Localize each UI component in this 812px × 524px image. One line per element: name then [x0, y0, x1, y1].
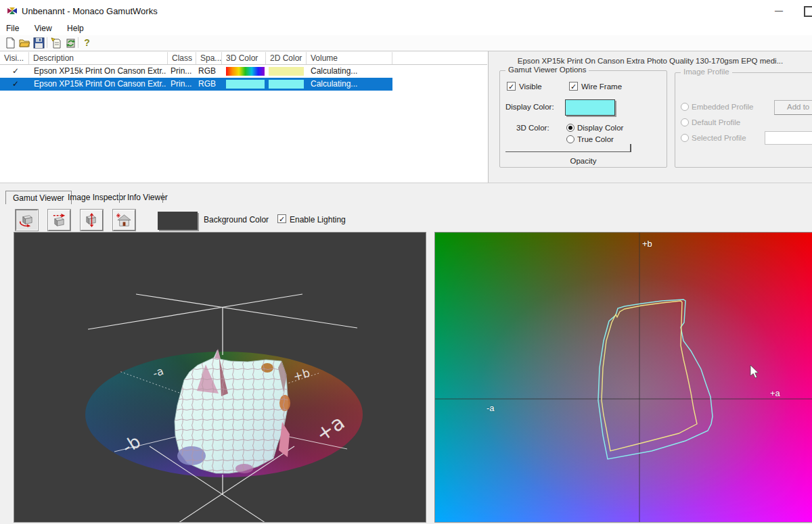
- default-profile-label: Default Profile: [692, 118, 740, 126]
- 3d-color-label: 3D Color:: [516, 124, 549, 132]
- title-bar: Unbenannt - Monaco GamutWorks —: [0, 0, 812, 22]
- selected-profile-radio: [681, 134, 689, 142]
- row-volume: Calculating...: [311, 66, 357, 76]
- viewer-toolbar: Background Color ✓ Enable Lighting: [0, 205, 812, 232]
- row-3d-color-swatch[interactable]: [226, 80, 265, 89]
- col-3d-color[interactable]: 3D Color: [222, 52, 266, 64]
- pan-3d-icon: [51, 212, 68, 228]
- visible-checkbox[interactable]: ✓: [507, 82, 516, 91]
- opacity-slider[interactable]: [505, 151, 631, 152]
- col-class[interactable]: Class: [168, 52, 196, 64]
- true-color-radio-label: True Color: [577, 135, 614, 143]
- enable-lighting-checkbox[interactable]: ✓: [277, 214, 286, 223]
- col-description[interactable]: Description: [29, 52, 168, 64]
- display-color-radio-label: Display Color: [577, 124, 623, 132]
- viewer-area: Gamut Viewer Image Inspector Info Viewer: [0, 183, 812, 524]
- row-space: RGB: [198, 79, 216, 89]
- row-description: Epson XP15k Print On Canson Extr...: [34, 79, 166, 89]
- background-color-label: Background Color: [204, 215, 269, 224]
- opacity-label: Opacity: [500, 157, 667, 165]
- maximize-button[interactable]: [804, 6, 812, 17]
- tab-separator: [119, 193, 120, 203]
- reset-home-button[interactable]: [113, 210, 135, 231]
- display-color-label: Display Color:: [505, 103, 554, 111]
- tab-strip: Gamut Viewer Image Inspector Info Viewer: [0, 191, 812, 205]
- gamut-mesh-wireframe: [175, 350, 288, 473]
- save-icon[interactable]: [33, 37, 45, 49]
- visible-check[interactable]: ✓: [12, 79, 19, 89]
- background-color-swatch[interactable]: [158, 212, 198, 230]
- zoom-3d-button[interactable]: [81, 210, 103, 231]
- package-profile-icon[interactable]: [65, 37, 76, 49]
- window-title: Unbenannt - Monaco GamutWorks: [22, 6, 158, 16]
- display-color-swatch[interactable]: [565, 99, 615, 116]
- gamut-2d-viewport[interactable]: +b -a +a: [434, 232, 812, 523]
- menu-file[interactable]: File: [0, 22, 25, 35]
- rotate-3d-button[interactable]: [16, 210, 38, 231]
- row-2d-color-swatch[interactable]: [269, 80, 304, 89]
- row-description: Epson XP15k Print On Canson Extr...: [34, 66, 166, 76]
- profile-document-icon[interactable]: [51, 37, 62, 49]
- tab-info-viewer[interactable]: Info Viewer: [120, 191, 175, 204]
- minimize-button[interactable]: —: [769, 4, 789, 18]
- row-2d-color-swatch[interactable]: [269, 67, 304, 76]
- row-space: RGB: [198, 66, 216, 76]
- group-title: Gamut Viewer Options: [505, 66, 589, 74]
- selected-profile-field: [765, 131, 812, 145]
- gamut-3d-viewport[interactable]: -a +b -b +a: [14, 232, 426, 523]
- col-visible[interactable]: Visi...: [0, 52, 29, 64]
- open-folder-icon[interactable]: [19, 37, 30, 49]
- main-toolbar: ?: [0, 35, 812, 51]
- zoom-3d-icon: [83, 212, 100, 228]
- gamut-viewer-options-group: Gamut Viewer Options ✓ Visible ✓ Wire Fr…: [499, 70, 667, 168]
- image-profile-group: Image Profile Embedded Profile Default P…: [675, 72, 812, 168]
- embedded-profile-radio: [681, 103, 689, 111]
- tab-separator: [162, 193, 163, 203]
- group-title: Image Profile: [681, 68, 732, 76]
- axis-neg-a-label: -a: [487, 403, 495, 413]
- toolbar-separator: [47, 37, 47, 48]
- rotate-3d-icon: [18, 212, 35, 228]
- help-icon[interactable]: ?: [81, 37, 93, 49]
- row-3d-color-swatch[interactable]: [226, 67, 265, 76]
- app-logo-icon: [7, 5, 18, 16]
- visible-check[interactable]: ✓: [12, 66, 19, 76]
- gamut-list-pane: Visi... Description Class Spa... 3D Colo…: [0, 51, 489, 183]
- pan-3d-button[interactable]: [48, 210, 70, 231]
- menu-bar: File View Help: [0, 22, 812, 35]
- table-row[interactable]: ✓ Epson XP15k Print On Canson Extr... Pr…: [0, 65, 392, 78]
- enable-lighting-label: Enable Lighting: [290, 215, 346, 224]
- app-window: { "window": { "title": "Unbenannt - Mona…: [0, 0, 812, 524]
- default-profile-radio: [681, 118, 689, 126]
- detail-panel: Epson XP15k Print On Canson Extra Photo …: [489, 51, 812, 183]
- wire-frame-checkbox[interactable]: ✓: [569, 82, 578, 91]
- col-volume[interactable]: Volume: [307, 52, 392, 64]
- row-volume: Calculating...: [311, 79, 357, 89]
- col-space[interactable]: Spa...: [196, 52, 222, 64]
- menu-view[interactable]: View: [28, 22, 58, 35]
- selected-gamut-title: Epson XP15k Print On Canson Extra Photo …: [489, 57, 812, 65]
- wire-frame-label: Wire Frame: [581, 82, 622, 91]
- menu-help[interactable]: Help: [61, 22, 90, 35]
- table-header-row: Visi... Description Class Spa... 3D Colo…: [0, 52, 487, 65]
- col-2d-color[interactable]: 2D Color: [266, 52, 307, 64]
- reset-home-icon: [116, 212, 133, 228]
- opacity-slider-handle[interactable]: [630, 144, 631, 152]
- new-document-icon[interactable]: [5, 37, 16, 49]
- axis-pos-b-label: +b: [642, 239, 652, 249]
- axis-pos-a-label: +a: [770, 388, 780, 398]
- true-color-radio[interactable]: [566, 135, 574, 143]
- row-class: Prin...: [171, 66, 191, 76]
- table-row-selected[interactable]: ✓ Epson XP15k Print On Canson Extr... Pr…: [0, 78, 392, 91]
- toolbar-separator: [78, 37, 78, 48]
- selected-profile-label: Selected Profile: [692, 134, 746, 142]
- gamut-3d-canvas: [14, 233, 426, 522]
- display-color-radio[interactable]: [566, 124, 574, 132]
- visible-label: Visible: [519, 82, 542, 91]
- embedded-profile-label: Embedded Profile: [692, 103, 753, 111]
- add-to-list-button: Add to Li: [774, 100, 812, 115]
- gamut-2d-canvas: [435, 233, 812, 522]
- row-class: Prin...: [171, 79, 191, 89]
